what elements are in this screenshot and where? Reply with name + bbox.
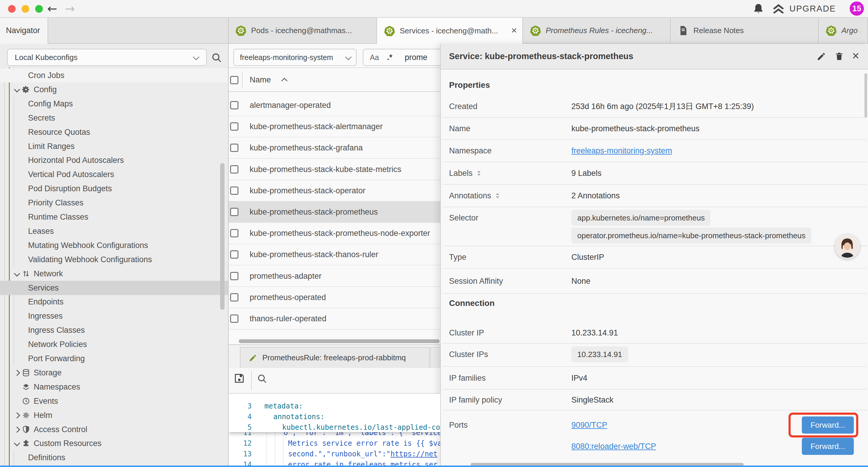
row-checkbox[interactable] <box>230 250 239 259</box>
row-checkbox[interactable] <box>230 208 239 216</box>
editor-tab-prometheusrule[interactable]: PrometheusRule: freeleaps-prod-rabbitmq <box>240 347 430 369</box>
list-row-kube-prometheus-stack-thanos-ruler[interactable]: kube-prometheus-stack-thanos-ruler <box>228 244 440 265</box>
sidebar-item-definitions[interactable]: Definitions <box>0 450 228 465</box>
sidebar-item-mutating-webhook-configurations[interactable]: Mutating Webhook Configurations <box>0 238 228 253</box>
row-checkbox[interactable] <box>230 272 239 280</box>
trash-icon[interactable] <box>834 52 844 61</box>
property-value-namespace[interactable]: freeleaps-monitoring-system <box>571 145 672 156</box>
sidebar-item-config-maps[interactable]: Config Maps <box>0 97 228 111</box>
sidebar-item-custom-resources[interactable]: Custom Resources <box>0 436 228 450</box>
match-case-toggle[interactable]: Aa <box>370 49 379 65</box>
row-checkbox[interactable] <box>230 293 239 301</box>
sidebar-item-priority-classes[interactable]: Priority Classes <box>0 196 228 210</box>
sidebar-item-validating-webhook-configurations[interactable]: Validating Webhook Configurations <box>0 253 228 267</box>
search-icon[interactable] <box>257 373 267 384</box>
list-row-prometheus-operated[interactable]: prometheus-operated <box>228 287 440 308</box>
row-checkbox[interactable] <box>230 101 239 109</box>
row-checkbox[interactable] <box>230 144 239 152</box>
sidebar-item-cron-jobs[interactable]: Cron Jobs <box>0 68 228 83</box>
sidebar-item-namespaces[interactable]: Namespaces <box>0 380 228 394</box>
sidebar-item-events[interactable]: Events <box>0 394 228 408</box>
tab-services-icecheng-math[interactable]: Services - icecheng@math...× <box>377 18 523 44</box>
close-tab-icon[interactable]: × <box>511 18 517 43</box>
tab-release-notes[interactable]: Release Notes <box>671 18 819 43</box>
sidebar-item-network-policies[interactable]: Network Policies <box>0 337 228 351</box>
save-icon[interactable] <box>234 372 245 384</box>
list-row-prometheus-adapter[interactable]: prometheus-adapter <box>228 265 440 287</box>
chevron-down-icon[interactable] <box>14 86 20 92</box>
row-checkbox[interactable] <box>230 186 239 195</box>
tab-pods-icecheng-mathmas[interactable]: Pods - icecheng@mathmas... <box>228 18 377 43</box>
avatar[interactable] <box>835 234 860 259</box>
tab-navigator[interactable]: Navigator <box>0 18 48 44</box>
sort-icon[interactable] <box>494 193 501 199</box>
sidebar-item-port-forwarding[interactable]: Port Forwarding <box>0 351 228 366</box>
sidebar-item-pod-disruption-budgets[interactable]: Pod Disruption Budgets <box>0 181 228 196</box>
forward-button[interactable]: Forward... <box>802 438 854 455</box>
drawer-scrollbar[interactable] <box>864 73 867 118</box>
search-input[interactable]: Aa .* prome <box>363 49 440 66</box>
sidebar-item-runtime-classes[interactable]: Runtime Classes <box>0 210 228 224</box>
list-row-alertmanager-operated[interactable]: alertmanager-operated <box>228 95 440 116</box>
sidebar-scrollbar[interactable] <box>220 163 224 310</box>
bell-icon[interactable] <box>752 3 765 15</box>
sidebar-item-horizontal-pod-autoscalers[interactable]: Horizontal Pod Autoscalers <box>0 153 228 167</box>
tab-argo-se[interactable]: Argo Se <box>819 18 868 43</box>
forward-button[interactable]: Forward... <box>802 416 854 434</box>
list-row-thanos-ruler-operated[interactable]: thanos-ruler-operated <box>228 308 440 329</box>
sidebar-item-network[interactable]: Network <box>0 267 228 281</box>
tab-prometheus-rules-icecheng[interactable]: Prometheus Rules - icecheng... <box>523 18 671 43</box>
regex-toggle[interactable]: .* <box>387 49 392 65</box>
select-all-checkbox[interactable] <box>230 76 239 84</box>
port-link-8080-reloader-web-tcp[interactable]: 8080:reloader-web/TCP <box>571 441 656 451</box>
sidebar-item-resource-quotas[interactable]: Resource Quotas <box>0 125 228 139</box>
port-link-9090-tcp[interactable]: 9090/TCP <box>571 420 608 430</box>
column-header-name[interactable]: Name <box>250 68 271 92</box>
sidebar-item-leases[interactable]: Leases <box>0 224 228 238</box>
sidebar-item-secrets[interactable]: Secrets <box>0 111 228 125</box>
chevron-right-icon[interactable] <box>14 370 20 376</box>
sidebar-item-helm[interactable]: Helm <box>0 408 228 422</box>
close-icon[interactable]: × <box>852 44 860 68</box>
yaml-editor[interactable]: 11o", "for": "1m", "labels": { "service"… <box>228 393 440 467</box>
row-checkbox[interactable] <box>230 165 239 174</box>
sidebar-item-limit-ranges[interactable]: Limit Ranges <box>0 139 228 153</box>
kubernetes-icon <box>236 25 246 36</box>
editor-tab-partial[interactable] <box>430 347 440 369</box>
sort-icon[interactable] <box>476 170 482 176</box>
sidebar-item-storage[interactable]: Storage <box>0 366 228 380</box>
panel-splitter[interactable] <box>228 18 229 467</box>
row-checkbox[interactable] <box>230 315 239 323</box>
sidebar-item-config[interactable]: Config <box>0 83 228 97</box>
row-checkbox[interactable] <box>230 122 239 130</box>
edit-icon[interactable] <box>816 52 826 61</box>
sidebar-item-ingresses[interactable]: Ingresses <box>0 309 228 323</box>
namespace-filter-dropdown[interactable]: freeleaps-monitoring-system <box>234 49 356 66</box>
sidebar-item-ingress-classes[interactable]: Ingress Classes <box>0 323 228 337</box>
list-row-kube-prometheus-stack-operator[interactable]: kube-prometheus-stack-operator <box>228 180 440 201</box>
sidebar-item-services[interactable]: Services <box>0 281 228 295</box>
search-icon[interactable] <box>211 52 222 63</box>
chevron-right-icon[interactable] <box>14 412 20 418</box>
horizontal-scrollbar[interactable] <box>239 339 440 343</box>
close-window-button[interactable] <box>8 5 16 13</box>
notification-count-badge[interactable]: 15 <box>850 1 864 16</box>
list-row-kube-prometheus-stack-prometheus[interactable]: kube-prometheus-stack-prometheus <box>228 201 440 223</box>
kubeconfig-dropdown[interactable]: Local Kubeconfigs <box>7 49 207 66</box>
chevron-down-icon[interactable] <box>14 270 20 276</box>
back-button[interactable]: ← <box>47 0 57 18</box>
list-row-kube-prometheus-stack-alertmanager[interactable]: kube-prometheus-stack-alertmanager <box>228 116 440 137</box>
upgrade-button[interactable]: UPGRADE <box>789 0 836 17</box>
sidebar-item-endpoints[interactable]: Endpoints <box>0 295 228 309</box>
sidebar-item-access-control[interactable]: Access Control <box>0 422 228 437</box>
chevron-right-icon[interactable] <box>14 426 20 432</box>
row-checkbox[interactable] <box>230 229 239 237</box>
minimize-window-button[interactable] <box>22 5 29 13</box>
maximize-window-button[interactable] <box>35 5 43 13</box>
list-row-kube-prometheus-stack-kube-state-metrics[interactable]: kube-prometheus-stack-kube-state-metrics <box>228 159 440 180</box>
chevron-down-icon[interactable] <box>14 440 20 446</box>
list-row-kube-prometheus-stack-grafana[interactable]: kube-prometheus-stack-grafana <box>228 137 440 158</box>
list-row-kube-prometheus-stack-prometheus-node-exporter[interactable]: kube-prometheus-stack-prometheus-node-ex… <box>228 223 440 244</box>
sidebar-item-vertical-pod-autoscalers[interactable]: Vertical Pod Autoscalers <box>0 167 228 181</box>
forward-button[interactable]: → <box>65 0 75 18</box>
